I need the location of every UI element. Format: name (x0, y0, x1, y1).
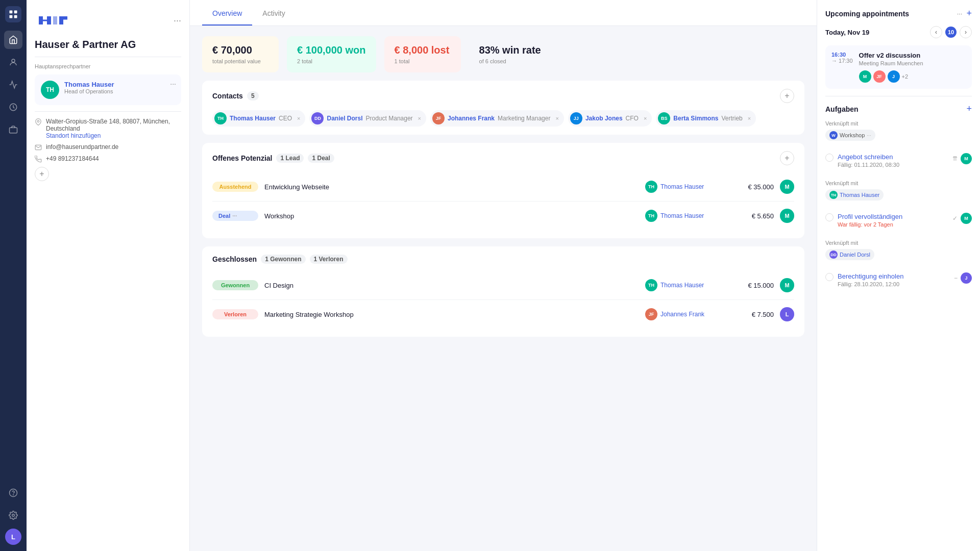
linked-chip-thomas[interactable]: TH Thomas Hauser (825, 189, 884, 201)
assignee-name-jf2[interactable]: Johannes Frank (660, 311, 704, 318)
svg-point-10 (37, 120, 39, 122)
linked-chip-workshop[interactable]: W Workshop ··· (825, 130, 875, 141)
svg-point-4 (12, 59, 15, 62)
add-contact-info-button[interactable]: + (35, 167, 49, 181)
contact-name[interactable]: Thomas Hauser (64, 81, 175, 88)
tab-activity[interactable]: Activity (252, 0, 295, 26)
phone-number[interactable]: +49 891237184644 (46, 155, 99, 162)
chip-name-bs[interactable]: Berta Simmons (673, 115, 718, 122)
task-checkbox-angebot[interactable] (825, 154, 834, 162)
deal-icon-l: L (780, 307, 794, 321)
appointments-title: Upcoming appointments (825, 10, 909, 18)
chip-remove-dd[interactable]: × (418, 115, 421, 121)
deal-name-marketing[interactable]: Marketing Strategie Workshop (264, 311, 639, 318)
assignee-name-th1[interactable]: Thomas Hauser (660, 183, 704, 190)
linked-chip-daniel[interactable]: DD Daniel Dorsl (825, 249, 874, 260)
stat-potential: € 70,000 total potential value (202, 36, 279, 72)
divider-1 (35, 57, 181, 57)
deal-name-cidesign[interactable]: CI Design (264, 282, 639, 289)
chip-remove-th[interactable]: × (297, 115, 300, 121)
tabs-bar: Overview Activity (190, 0, 817, 26)
chip-name-jj[interactable]: Jakob Jones (585, 115, 623, 122)
add-task-button[interactable]: + (966, 104, 972, 114)
appointment-card[interactable]: 16:30 → 17:30 Offer v2 discussion Meetin… (825, 45, 972, 89)
main-contact-label: Hauptansprechpartner (35, 63, 181, 69)
company-name: Hauser & Partner AG (35, 39, 181, 51)
deal-name-workshop[interactable]: Workshop (264, 212, 639, 220)
date-prev-button[interactable]: ‹ (930, 26, 942, 38)
stat-lost-value: € 8,000 lost (395, 44, 451, 56)
deal-assignee-marketing: JF Johannes Frank (645, 308, 727, 320)
attendee-avatar-j: J (888, 70, 900, 83)
nav-deals[interactable] (4, 98, 22, 116)
add-contact-button[interactable]: + (780, 89, 794, 103)
linked-chip-dots[interactable]: ··· (867, 133, 871, 138)
svg-rect-2 (10, 15, 13, 18)
add-appointment-button[interactable]: + (966, 8, 972, 19)
assignee-name-th2[interactable]: Thomas Hauser (660, 212, 704, 219)
add-potential-button[interactable]: + (780, 151, 794, 165)
deal-assignee-cidesign: TH Thomas Hauser (645, 279, 727, 291)
email-address[interactable]: info@hauserundpartner.de (46, 143, 118, 151)
open-potential-header: Offenes Potenzial 1 Lead 1 Deal + (212, 151, 794, 165)
assignee-avatar-th2: TH (645, 210, 657, 222)
nav-contacts[interactable] (4, 53, 22, 71)
assignee-avatar-th1: TH (645, 181, 657, 193)
task-name-berechtigung[interactable]: Berechtigung einholen (838, 272, 950, 280)
chip-remove-jj[interactable]: × (644, 115, 647, 121)
nav-home[interactable] (4, 31, 22, 49)
stat-winrate-label: of 6 closed (479, 58, 541, 64)
task-group-thomas: Verknüpft mit TH Thomas Hauser Profil ve… (825, 180, 972, 232)
appt-title: Offer v2 discussion (859, 52, 923, 59)
task-assignee-j: J (961, 272, 972, 284)
add-location-link[interactable]: Standort hinzufügen (46, 132, 181, 139)
appt-location: Meeting Raum Muenchen (859, 60, 923, 66)
left-panel-header: ··· (35, 10, 181, 31)
chip-berta-simmons: BS Berta Simmons Vertrieb × (656, 110, 756, 127)
task-actions-profil: ✓ M (952, 213, 972, 224)
task-checkbox-profil[interactable] (825, 213, 834, 221)
user-avatar-nav[interactable]: L (5, 529, 21, 545)
task-check-icon[interactable]: ✓ (952, 215, 958, 222)
deal-name-entwicklung[interactable]: Entwicklung Webseite (264, 183, 639, 191)
task-assignee-m2: M (961, 213, 972, 224)
assignee-name-th3[interactable]: Thomas Hauser (660, 282, 704, 289)
sidebar-nav: L (0, 0, 27, 551)
date-next-button[interactable]: › (960, 26, 972, 38)
chip-name-th[interactable]: Thomas Hauser (230, 115, 276, 122)
appointments-more[interactable]: ··· (957, 10, 963, 17)
contact-more-menu[interactable]: ··· (170, 80, 176, 88)
attendee-avatar-jf: JF (873, 70, 886, 83)
chip-remove-jf[interactable]: × (555, 115, 558, 121)
left-panel-more[interactable]: ··· (174, 15, 181, 26)
contact-info: Thomas Hauser Head of Operations (64, 81, 175, 94)
task-berechtigung: Berechtigung einholen Fällig: 28.10.2020… (825, 268, 972, 291)
chip-name-dd[interactable]: Daniel Dorsl (327, 115, 362, 122)
tasks-header: Aufgaben + (825, 104, 972, 114)
task-name-profil[interactable]: Profil vervollständigen (838, 213, 948, 220)
deal-badge-ausstehend: Ausstehend (212, 182, 258, 192)
linked-label-3: Verknüpft mit (825, 240, 972, 246)
deal-value-marketing: € 7.500 (733, 311, 774, 318)
assignee-avatar-jf2: JF (645, 308, 657, 320)
nav-company[interactable] (4, 120, 22, 139)
nav-help[interactable] (4, 484, 22, 502)
deal-badge-deal: Deal ··· (212, 211, 258, 221)
nav-activity[interactable] (4, 76, 22, 94)
deal-row-entwicklung: Ausstehend Entwicklung Webseite TH Thoma… (212, 172, 794, 202)
deal-dots[interactable]: ··· (232, 213, 237, 219)
deal-value-workshop: € 5.650 (733, 212, 774, 220)
nav-settings[interactable] (4, 506, 22, 524)
main-content: Overview Activity € 70,000 total potenti… (190, 0, 817, 551)
date-nav: Today, Nov 19 ‹ 10 › (825, 26, 972, 38)
task-priority-icon[interactable]: ⇈ (952, 155, 958, 162)
chip-daniel-dorsl: DD Daniel Dorsl Product Manager × (309, 110, 426, 127)
tab-overview[interactable]: Overview (202, 0, 252, 26)
task-minus-icon[interactable]: − (954, 274, 958, 282)
task-name-angebot[interactable]: Angebot schreiben (838, 153, 948, 161)
won-count: 1 Gewonnen (261, 255, 305, 264)
stat-won: € 100,000 won 2 total (287, 36, 376, 72)
chip-name-jf[interactable]: Johannes Frank (448, 115, 495, 122)
chip-remove-bs[interactable]: × (748, 115, 751, 121)
task-checkbox-berechtigung[interactable] (825, 273, 834, 281)
